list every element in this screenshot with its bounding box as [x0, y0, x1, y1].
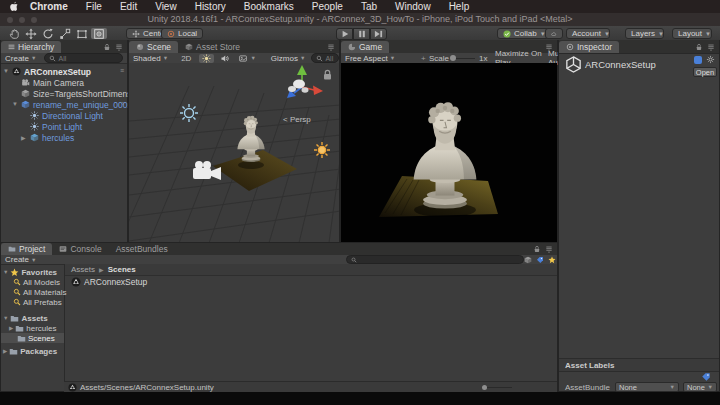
- orientation-gizmo[interactable]: [287, 65, 323, 98]
- tab-assetbundles[interactable]: AssetBundles: [109, 243, 175, 255]
- favorite-all-materials[interactable]: All Materials: [13, 287, 67, 297]
- lock-icon[interactable]: [695, 43, 703, 51]
- search-by-label-icon[interactable]: [536, 256, 544, 264]
- scene-audio-toggle[interactable]: [217, 54, 232, 63]
- thumbnail-size-slider[interactable]: [484, 387, 512, 389]
- menu-tab[interactable]: Tab: [352, 0, 386, 13]
- favorites-star-icon[interactable]: [548, 256, 556, 264]
- tab-inspector[interactable]: Inspector: [559, 41, 619, 53]
- hierarchy-item-scene-root[interactable]: ▼ ARConnexSetup ≡: [1, 66, 127, 77]
- help-icon[interactable]: [694, 56, 702, 64]
- prefab-open-arrow-icon[interactable]: ›: [122, 100, 124, 107]
- favorites-root[interactable]: ▼ Favorites: [1, 267, 64, 277]
- assetbundle-variant-select[interactable]: None▼: [683, 382, 717, 392]
- cloud-button[interactable]: [545, 28, 563, 39]
- expander-icon[interactable]: ▼: [12, 101, 18, 107]
- file-arconnexsetup[interactable]: ARConnexSetup: [65, 276, 557, 288]
- project-create-button[interactable]: Create▼: [1, 255, 40, 264]
- hierarchy-item-main-camera[interactable]: Main Camera: [1, 77, 127, 88]
- menu-help[interactable]: Help: [440, 0, 479, 13]
- layers-dropdown[interactable]: Layers▼: [625, 28, 664, 39]
- scale-tool-icon[interactable]: [57, 28, 73, 39]
- scale-slider-knob[interactable]: [450, 55, 456, 61]
- tab-hierarchy[interactable]: Hierarchy: [1, 41, 61, 53]
- rotation-local-button[interactable]: Local: [161, 28, 203, 39]
- assetbundle-select[interactable]: None▼: [615, 382, 679, 392]
- apple-icon[interactable]: [9, 1, 19, 12]
- tab-scene[interactable]: Scene: [129, 41, 178, 53]
- directional-light-gizmo[interactable]: [180, 104, 198, 122]
- camera-gizmo[interactable]: [193, 161, 221, 180]
- transform-tool-icon[interactable]: [91, 28, 107, 39]
- aspect-ratio-dropdown[interactable]: Free Aspect▼: [341, 54, 399, 63]
- gear-icon[interactable]: [706, 55, 715, 64]
- project-folder-tree: ▼ Favorites All Models All Materials All…: [1, 264, 65, 381]
- draw-mode-dropdown[interactable]: Shaded▼: [129, 54, 172, 63]
- move-tool-icon[interactable]: [23, 28, 39, 39]
- project-search-input[interactable]: [346, 255, 524, 264]
- folder-assets[interactable]: ▼ Assets: [1, 313, 64, 323]
- label-tag-icon[interactable]: [701, 372, 711, 382]
- add-resolution-button[interactable]: +: [421, 54, 426, 63]
- lock-icon[interactable]: [533, 245, 541, 253]
- panel-menu-icon[interactable]: [545, 245, 553, 253]
- hierarchy-search-input[interactable]: All: [44, 53, 123, 63]
- favorite-all-models[interactable]: All Models: [13, 277, 60, 287]
- lock-icon[interactable]: [324, 70, 331, 79]
- hierarchy-item-hercules[interactable]: ▶ hercules: [1, 132, 127, 143]
- play-button[interactable]: [336, 28, 353, 40]
- menu-edit[interactable]: Edit: [111, 0, 146, 13]
- scene-lighting-toggle[interactable]: [199, 54, 214, 63]
- menu-window[interactable]: Window: [386, 0, 440, 13]
- hierarchy-item-rename-me-unique[interactable]: ▼ rename_me_unique_0001 ›: [1, 99, 127, 110]
- tab-game[interactable]: Game: [341, 41, 389, 53]
- folder-packages[interactable]: ▶ Packages: [1, 346, 64, 356]
- hand-tool-icon[interactable]: [6, 28, 22, 39]
- gizmos-dropdown[interactable]: Gizmos▼: [267, 54, 310, 63]
- rect-tool-icon[interactable]: [74, 28, 90, 39]
- search-by-type-icon[interactable]: [524, 256, 532, 264]
- hierarchy-item-size-target[interactable]: Size=TargetsShortDimension: [1, 88, 127, 99]
- hierarchy-item-point-light[interactable]: Point Light: [1, 121, 127, 132]
- pause-button[interactable]: [353, 28, 370, 40]
- panel-menu-icon[interactable]: [115, 43, 123, 51]
- hierarchy-create-button[interactable]: Create▼: [1, 54, 40, 63]
- scene-options-icon[interactable]: ≡: [120, 67, 124, 74]
- hierarchy-item-directional-light[interactable]: Directional Light: [1, 110, 127, 121]
- breadcrumb-assets[interactable]: Assets: [71, 265, 95, 274]
- macos-menubar: Chrome File Edit View History Bookmarks …: [0, 0, 720, 13]
- game-viewport[interactable]: [341, 63, 557, 242]
- panel-menu-icon[interactable]: [707, 43, 715, 51]
- tab-asset-store[interactable]: Asset Store: [178, 41, 247, 53]
- scene-viewport[interactable]: < Persp: [129, 63, 339, 242]
- projection-mode-label[interactable]: < Persp: [283, 115, 311, 124]
- lock-icon[interactable]: [103, 43, 111, 51]
- tab-project[interactable]: Project: [1, 243, 52, 255]
- open-button[interactable]: Open: [693, 67, 717, 77]
- menu-file[interactable]: File: [77, 0, 111, 13]
- favorite-all-prefabs[interactable]: All Prefabs: [13, 297, 62, 307]
- menu-history[interactable]: History: [186, 0, 235, 13]
- menu-chrome[interactable]: Chrome: [21, 0, 77, 13]
- step-button[interactable]: [370, 28, 387, 40]
- scene-search-input[interactable]: All: [311, 53, 339, 63]
- menu-view[interactable]: View: [146, 0, 186, 13]
- expander-icon[interactable]: ▶: [21, 134, 26, 141]
- folder-hercules[interactable]: ▶ hercules: [9, 323, 56, 333]
- rotate-tool-icon[interactable]: [40, 28, 56, 39]
- 2d-toggle[interactable]: 2D: [178, 54, 194, 63]
- point-light-gizmo[interactable]: [314, 142, 330, 158]
- collab-dropdown[interactable]: Collab▼: [497, 28, 552, 39]
- breadcrumb-scenes[interactable]: Scenes: [108, 265, 136, 274]
- menu-people[interactable]: People: [303, 0, 352, 13]
- account-dropdown[interactable]: Account▼: [566, 28, 610, 39]
- folder-scenes[interactable]: Scenes: [1, 333, 64, 343]
- thumbnail-size-knob[interactable]: [482, 385, 487, 390]
- tab-console[interactable]: Console: [52, 243, 108, 255]
- scene-effects-dropdown[interactable]: ▼: [235, 54, 258, 63]
- layout-dropdown[interactable]: Layout▼: [672, 28, 712, 39]
- panel-menu-icon[interactable]: [327, 43, 335, 51]
- expander-icon[interactable]: ▼: [3, 68, 9, 74]
- asset-labels-header[interactable]: Asset Labels: [559, 358, 719, 372]
- menu-bookmarks[interactable]: Bookmarks: [235, 0, 303, 13]
